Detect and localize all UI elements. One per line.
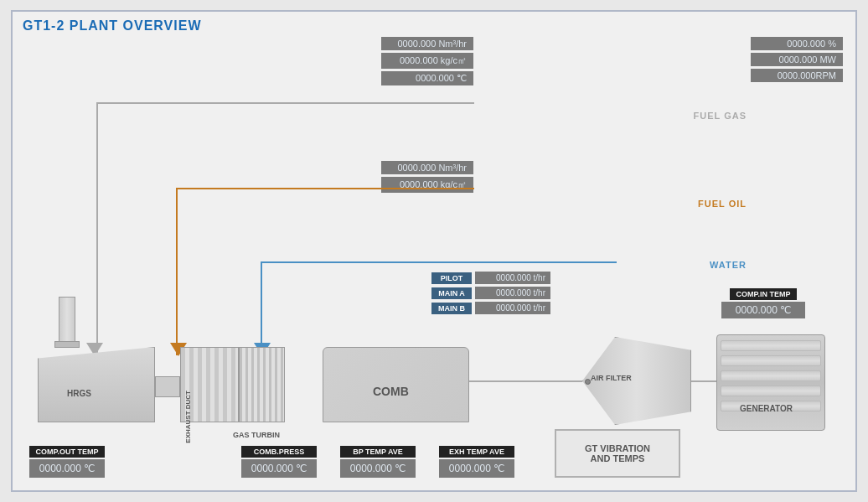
generator-body: [716, 334, 825, 431]
comp-out-value: 0000.000 ℃: [29, 459, 105, 478]
fuel-oil-kg: 0000.000 kg/c㎡: [381, 177, 473, 193]
water-mainb-row: MAIN B 0000.000 t/hr: [431, 302, 550, 314]
gt-vibration-label: GT VIBRATION AND TEMPS: [585, 443, 650, 463]
water-line-h: [261, 261, 617, 263]
maina-value: 0000.000 t/hr: [475, 287, 550, 299]
fuel-oil-line-h: [176, 188, 474, 189]
air-filter-dot: [585, 379, 591, 385]
comp-out-temp-box: COMP.OUT TEMP 0000.000 ℃: [29, 446, 105, 478]
mw-value: 0000.000 MW: [751, 53, 843, 66]
hrgs-stack-base: [54, 341, 80, 348]
bottom-data-section: COMP.OUT TEMP 0000.000 ℃ COMB.PRESS 0000…: [29, 429, 680, 478]
fuel-oil-line-v: [176, 188, 178, 355]
fuel-oil-nm3: 0000.000 Nm³/hr: [381, 161, 473, 174]
fuel-gas-line-v2: [96, 102, 98, 362]
water-label: WATER: [710, 260, 747, 270]
airfilter-gen-connector: [691, 380, 716, 382]
bp-temp-label: BP TEMP AVE: [340, 446, 416, 458]
gt-vibration-box: GT VIBRATION AND TEMPS: [555, 429, 680, 478]
percent-value: 0000.000 %: [751, 37, 843, 50]
hrgs-connector: [155, 376, 180, 397]
hrgs-body: [38, 347, 155, 422]
mainb-value: 0000.000 t/hr: [475, 302, 550, 314]
exh-temp-label: EXH TEMP AVE: [439, 446, 514, 458]
rpm-value: 0000.000RPM: [751, 69, 843, 82]
generator-label: GENERATOR: [740, 404, 793, 413]
fuel-oil-label: FUEL OIL: [698, 199, 747, 209]
fuel-gas-kg: 0000.000 kg/c㎡: [381, 53, 473, 69]
comp-in-value: 0000.000 ℃: [721, 302, 805, 318]
bp-temp-value: 0000.000 ℃: [340, 459, 416, 478]
water-pilot-row: PILOT 0000.000 t/hr: [431, 272, 550, 284]
comb-press-value: 0000.000 ℃: [241, 459, 317, 478]
main-container: GT1-2 PLANT OVERVIEW 0000.000 % 0000.000…: [11, 10, 857, 492]
bp-temp-ave-box: BP TEMP AVE 0000.000 ℃: [340, 446, 416, 478]
comb-press-box: COMB.PRESS 0000.000 ℃: [241, 446, 317, 478]
exh-temp-value: 0000.000 ℃: [439, 459, 514, 478]
comb-press-label: COMB.PRESS: [241, 446, 317, 458]
air-filter-label: AIR FILTER: [591, 374, 632, 382]
page-title: GT1-2 PLANT OVERVIEW: [23, 18, 202, 34]
comp-in-label: COMP.IN TEMP: [730, 288, 798, 300]
hrgs-stack-pipe: [59, 297, 75, 343]
fuel-gas-line-h: [96, 102, 474, 104]
pilot-value: 0000.000 t/hr: [475, 272, 550, 284]
exh-temp-ave-box: EXH TEMP AVE 0000.000 ℃: [439, 446, 514, 478]
fuel-gas-group: 0000.000 Nm³/hr 0000.000 kg/c㎡ 0000.000 …: [381, 37, 473, 85]
gas-turbine-body: [239, 347, 285, 422]
hrgs-label: HRGS: [67, 389, 91, 398]
water-group: PILOT 0000.000 t/hr MAIN A 0000.000 t/hr…: [431, 272, 550, 314]
top-right-data: 0000.000 % 0000.000 MW 0000.000RPM: [751, 37, 843, 82]
comb-airfilter-connector: [469, 380, 582, 382]
fuel-gas-label: FUEL GAS: [694, 111, 747, 121]
maina-label: MAIN A: [431, 287, 472, 299]
comp-in-temp-group: COMP.IN TEMP 0000.000 ℃: [721, 288, 805, 318]
fuel-gas-temp: 0000.000 ℃: [381, 71, 473, 85]
water-maina-row: MAIN A 0000.000 t/hr: [431, 287, 550, 299]
mainb-label: MAIN B: [431, 303, 472, 314]
comb-label: COMB: [373, 385, 409, 398]
fuel-gas-nm3: 0000.000 Nm³/hr: [381, 37, 473, 50]
pilot-label: PILOT: [431, 272, 472, 284]
comp-out-label: COMP.OUT TEMP: [29, 446, 105, 458]
